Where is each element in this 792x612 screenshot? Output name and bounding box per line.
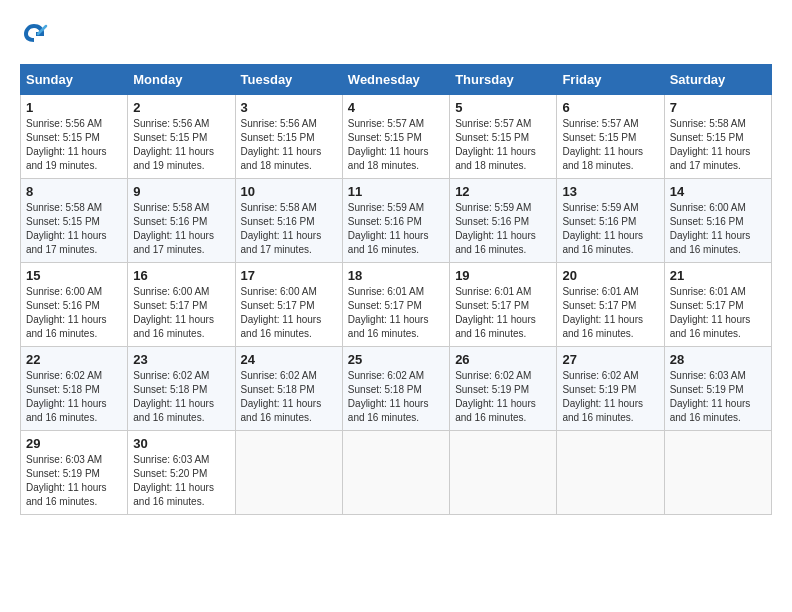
day-number: 29 [26, 436, 122, 451]
calendar-cell: 28Sunrise: 6:03 AM Sunset: 5:19 PM Dayli… [664, 347, 771, 431]
day-number: 18 [348, 268, 444, 283]
day-number: 20 [562, 268, 658, 283]
calendar-cell: 20Sunrise: 6:01 AM Sunset: 5:17 PM Dayli… [557, 263, 664, 347]
day-info: Sunrise: 6:03 AM Sunset: 5:19 PM Dayligh… [26, 453, 122, 509]
day-info: Sunrise: 6:02 AM Sunset: 5:18 PM Dayligh… [26, 369, 122, 425]
day-number: 12 [455, 184, 551, 199]
calendar-cell: 21Sunrise: 6:01 AM Sunset: 5:17 PM Dayli… [664, 263, 771, 347]
day-number: 1 [26, 100, 122, 115]
day-number: 24 [241, 352, 337, 367]
calendar-cell: 7Sunrise: 5:58 AM Sunset: 5:15 PM Daylig… [664, 95, 771, 179]
calendar-cell [450, 431, 557, 515]
day-number: 26 [455, 352, 551, 367]
page-header [20, 20, 772, 48]
day-number: 4 [348, 100, 444, 115]
calendar-cell [557, 431, 664, 515]
day-info: Sunrise: 5:59 AM Sunset: 5:16 PM Dayligh… [455, 201, 551, 257]
calendar-cell: 26Sunrise: 6:02 AM Sunset: 5:19 PM Dayli… [450, 347, 557, 431]
day-info: Sunrise: 5:58 AM Sunset: 5:16 PM Dayligh… [241, 201, 337, 257]
day-number: 2 [133, 100, 229, 115]
day-info: Sunrise: 6:02 AM Sunset: 5:18 PM Dayligh… [241, 369, 337, 425]
day-number: 15 [26, 268, 122, 283]
day-info: Sunrise: 5:59 AM Sunset: 5:16 PM Dayligh… [562, 201, 658, 257]
day-info: Sunrise: 6:00 AM Sunset: 5:17 PM Dayligh… [241, 285, 337, 341]
calendar-week-2: 8Sunrise: 5:58 AM Sunset: 5:15 PM Daylig… [21, 179, 772, 263]
calendar-cell: 22Sunrise: 6:02 AM Sunset: 5:18 PM Dayli… [21, 347, 128, 431]
calendar-cell: 4Sunrise: 5:57 AM Sunset: 5:15 PM Daylig… [342, 95, 449, 179]
calendar-cell [235, 431, 342, 515]
calendar-cell: 16Sunrise: 6:00 AM Sunset: 5:17 PM Dayli… [128, 263, 235, 347]
day-number: 30 [133, 436, 229, 451]
day-number: 17 [241, 268, 337, 283]
day-header-monday: Monday [128, 65, 235, 95]
day-number: 7 [670, 100, 766, 115]
calendar-week-3: 15Sunrise: 6:00 AM Sunset: 5:16 PM Dayli… [21, 263, 772, 347]
calendar-cell: 1Sunrise: 5:56 AM Sunset: 5:15 PM Daylig… [21, 95, 128, 179]
calendar-week-4: 22Sunrise: 6:02 AM Sunset: 5:18 PM Dayli… [21, 347, 772, 431]
day-info: Sunrise: 6:03 AM Sunset: 5:20 PM Dayligh… [133, 453, 229, 509]
day-number: 13 [562, 184, 658, 199]
day-info: Sunrise: 5:57 AM Sunset: 5:15 PM Dayligh… [562, 117, 658, 173]
day-info: Sunrise: 5:59 AM Sunset: 5:16 PM Dayligh… [348, 201, 444, 257]
day-header-thursday: Thursday [450, 65, 557, 95]
logo [20, 20, 50, 48]
day-info: Sunrise: 6:02 AM Sunset: 5:18 PM Dayligh… [348, 369, 444, 425]
day-number: 21 [670, 268, 766, 283]
day-number: 11 [348, 184, 444, 199]
day-info: Sunrise: 6:01 AM Sunset: 5:17 PM Dayligh… [562, 285, 658, 341]
day-info: Sunrise: 5:56 AM Sunset: 5:15 PM Dayligh… [133, 117, 229, 173]
calendar-header-row: SundayMondayTuesdayWednesdayThursdayFrid… [21, 65, 772, 95]
calendar-table: SundayMondayTuesdayWednesdayThursdayFrid… [20, 64, 772, 515]
day-info: Sunrise: 6:01 AM Sunset: 5:17 PM Dayligh… [670, 285, 766, 341]
day-header-sunday: Sunday [21, 65, 128, 95]
calendar-cell: 27Sunrise: 6:02 AM Sunset: 5:19 PM Dayli… [557, 347, 664, 431]
day-info: Sunrise: 5:58 AM Sunset: 5:15 PM Dayligh… [26, 201, 122, 257]
day-info: Sunrise: 5:58 AM Sunset: 5:15 PM Dayligh… [670, 117, 766, 173]
calendar-cell: 25Sunrise: 6:02 AM Sunset: 5:18 PM Dayli… [342, 347, 449, 431]
day-info: Sunrise: 6:02 AM Sunset: 5:19 PM Dayligh… [455, 369, 551, 425]
calendar-cell: 23Sunrise: 6:02 AM Sunset: 5:18 PM Dayli… [128, 347, 235, 431]
calendar-cell: 9Sunrise: 5:58 AM Sunset: 5:16 PM Daylig… [128, 179, 235, 263]
day-header-wednesday: Wednesday [342, 65, 449, 95]
calendar-cell: 5Sunrise: 5:57 AM Sunset: 5:15 PM Daylig… [450, 95, 557, 179]
calendar-cell [664, 431, 771, 515]
day-number: 23 [133, 352, 229, 367]
day-info: Sunrise: 6:01 AM Sunset: 5:17 PM Dayligh… [455, 285, 551, 341]
day-info: Sunrise: 5:57 AM Sunset: 5:15 PM Dayligh… [455, 117, 551, 173]
day-info: Sunrise: 5:56 AM Sunset: 5:15 PM Dayligh… [26, 117, 122, 173]
calendar-cell [342, 431, 449, 515]
day-number: 16 [133, 268, 229, 283]
day-header-tuesday: Tuesday [235, 65, 342, 95]
day-header-friday: Friday [557, 65, 664, 95]
day-number: 6 [562, 100, 658, 115]
calendar-cell: 3Sunrise: 5:56 AM Sunset: 5:15 PM Daylig… [235, 95, 342, 179]
calendar-cell: 2Sunrise: 5:56 AM Sunset: 5:15 PM Daylig… [128, 95, 235, 179]
calendar-cell: 8Sunrise: 5:58 AM Sunset: 5:15 PM Daylig… [21, 179, 128, 263]
day-info: Sunrise: 6:02 AM Sunset: 5:18 PM Dayligh… [133, 369, 229, 425]
day-info: Sunrise: 6:02 AM Sunset: 5:19 PM Dayligh… [562, 369, 658, 425]
day-number: 14 [670, 184, 766, 199]
day-number: 27 [562, 352, 658, 367]
day-number: 22 [26, 352, 122, 367]
day-info: Sunrise: 6:00 AM Sunset: 5:16 PM Dayligh… [670, 201, 766, 257]
day-number: 28 [670, 352, 766, 367]
day-info: Sunrise: 5:57 AM Sunset: 5:15 PM Dayligh… [348, 117, 444, 173]
calendar-cell: 24Sunrise: 6:02 AM Sunset: 5:18 PM Dayli… [235, 347, 342, 431]
logo-icon [20, 20, 48, 48]
day-info: Sunrise: 5:58 AM Sunset: 5:16 PM Dayligh… [133, 201, 229, 257]
calendar-cell: 10Sunrise: 5:58 AM Sunset: 5:16 PM Dayli… [235, 179, 342, 263]
calendar-cell: 11Sunrise: 5:59 AM Sunset: 5:16 PM Dayli… [342, 179, 449, 263]
day-header-saturday: Saturday [664, 65, 771, 95]
calendar-cell: 30Sunrise: 6:03 AM Sunset: 5:20 PM Dayli… [128, 431, 235, 515]
day-info: Sunrise: 6:00 AM Sunset: 5:17 PM Dayligh… [133, 285, 229, 341]
calendar-week-1: 1Sunrise: 5:56 AM Sunset: 5:15 PM Daylig… [21, 95, 772, 179]
calendar-week-5: 29Sunrise: 6:03 AM Sunset: 5:19 PM Dayli… [21, 431, 772, 515]
calendar-cell: 17Sunrise: 6:00 AM Sunset: 5:17 PM Dayli… [235, 263, 342, 347]
calendar-cell: 6Sunrise: 5:57 AM Sunset: 5:15 PM Daylig… [557, 95, 664, 179]
day-number: 19 [455, 268, 551, 283]
calendar-cell: 18Sunrise: 6:01 AM Sunset: 5:17 PM Dayli… [342, 263, 449, 347]
day-number: 5 [455, 100, 551, 115]
calendar-cell: 29Sunrise: 6:03 AM Sunset: 5:19 PM Dayli… [21, 431, 128, 515]
day-info: Sunrise: 6:00 AM Sunset: 5:16 PM Dayligh… [26, 285, 122, 341]
calendar-cell: 13Sunrise: 5:59 AM Sunset: 5:16 PM Dayli… [557, 179, 664, 263]
